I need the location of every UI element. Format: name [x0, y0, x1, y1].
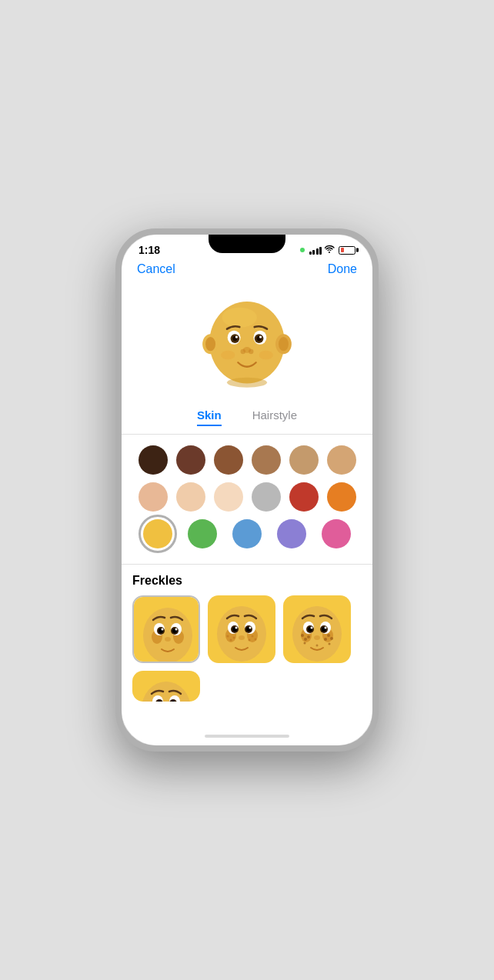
- svg-point-5: [227, 378, 267, 388]
- freckle-item-medium[interactable]: [283, 595, 351, 663]
- swatches-section: [122, 435, 372, 565]
- swatch-blue[interactable]: [232, 519, 262, 548]
- svg-point-49: [252, 635, 254, 638]
- signal-bar-4: [319, 247, 322, 255]
- status-time: 1:18: [139, 244, 160, 256]
- svg-point-73: [316, 645, 319, 647]
- swatch-green[interactable]: [188, 519, 217, 548]
- home-bar: [205, 735, 289, 738]
- tab-hairstyle[interactable]: Hairstyle: [252, 408, 297, 426]
- battery-body: [339, 246, 355, 255]
- svg-point-53: [292, 606, 342, 662]
- svg-point-31: [175, 628, 178, 631]
- cancel-button[interactable]: Cancel: [137, 262, 175, 276]
- freckle-row-2: [132, 671, 362, 702]
- svg-point-6: [222, 308, 258, 328]
- swatch-row-2: [134, 482, 360, 512]
- svg-point-66: [304, 638, 307, 641]
- signal-bar-2: [312, 250, 315, 255]
- svg-point-10: [235, 335, 238, 338]
- svg-point-63: [325, 627, 327, 629]
- status-bar: 1:18: [122, 235, 372, 259]
- svg-point-44: [249, 627, 252, 629]
- svg-point-71: [330, 637, 333, 640]
- svg-point-67: [307, 635, 310, 638]
- swatch-dark-brown-2[interactable]: [176, 445, 205, 475]
- svg-point-16: [241, 349, 246, 355]
- tabs-container: Skin Hairstyle: [122, 402, 372, 435]
- svg-point-48: [233, 637, 235, 639]
- swatch-brown-4[interactable]: [252, 445, 281, 475]
- svg-point-59: [311, 627, 313, 629]
- svg-point-68: [304, 642, 306, 645]
- freckles-section: Freckles: [122, 565, 372, 730]
- svg-point-40: [235, 627, 238, 629]
- freckle-item-none[interactable]: [132, 595, 200, 663]
- svg-point-21: [143, 608, 192, 663]
- svg-point-18: [221, 351, 235, 360]
- svg-point-51: [255, 638, 257, 641]
- status-icons: [300, 245, 356, 256]
- svg-point-65: [301, 634, 304, 637]
- swatch-orange[interactable]: [327, 482, 356, 512]
- freckles-title: Freckles: [132, 574, 362, 588]
- svg-point-45: [239, 635, 245, 640]
- svg-point-19: [259, 351, 273, 360]
- memoji-face: [197, 290, 297, 390]
- svg-point-46: [227, 635, 229, 638]
- swatch-light-2[interactable]: [176, 482, 205, 512]
- svg-point-17: [249, 349, 254, 355]
- wifi-icon: [325, 245, 335, 256]
- done-button[interactable]: Done: [328, 262, 357, 276]
- svg-point-14: [259, 335, 262, 338]
- swatch-gray[interactable]: [252, 482, 281, 512]
- freckle-item-light[interactable]: [208, 595, 275, 663]
- swatch-dark-brown-1[interactable]: [139, 445, 168, 475]
- svg-point-70: [324, 638, 327, 641]
- swatch-light-1[interactable]: [139, 482, 168, 512]
- swatch-light-3[interactable]: [214, 482, 243, 512]
- battery-icon: [339, 246, 355, 255]
- swatch-brown-3[interactable]: [214, 445, 243, 475]
- freckle-item-heavy-partial[interactable]: [132, 671, 200, 702]
- swatch-red[interactable]: [289, 482, 319, 512]
- swatch-row-3: [134, 519, 360, 548]
- screen: 1:18: [122, 235, 372, 745]
- avatar-area: [122, 282, 372, 402]
- svg-point-64: [314, 635, 320, 640]
- svg-point-50: [249, 639, 251, 642]
- swatch-pink[interactable]: [322, 519, 351, 548]
- signal-bar-3: [316, 248, 319, 255]
- battery-fill: [341, 248, 344, 252]
- svg-point-34: [217, 606, 266, 662]
- signal-bar-1: [309, 252, 312, 255]
- swatch-purple[interactable]: [277, 519, 306, 548]
- svg-point-27: [162, 628, 164, 631]
- svg-point-4: [279, 337, 289, 351]
- svg-point-32: [165, 637, 171, 642]
- svg-point-3: [205, 337, 215, 351]
- signal-bars-icon: [309, 245, 322, 255]
- phone-frame: 1:18: [115, 228, 379, 752]
- swatch-tan-5[interactable]: [289, 445, 319, 475]
- freckle-grid: [132, 595, 362, 663]
- svg-point-47: [230, 639, 232, 642]
- swatch-tan-6[interactable]: [327, 445, 356, 475]
- signal-dot-icon: [300, 248, 305, 252]
- svg-point-72: [329, 643, 331, 645]
- home-indicator: [122, 730, 372, 745]
- swatch-row-1: [134, 445, 360, 475]
- svg-point-69: [327, 634, 330, 637]
- swatch-yellow-selected[interactable]: [143, 519, 172, 548]
- nav-bar: Cancel Done: [122, 259, 372, 282]
- notch: [209, 235, 285, 253]
- tab-skin[interactable]: Skin: [197, 408, 222, 426]
